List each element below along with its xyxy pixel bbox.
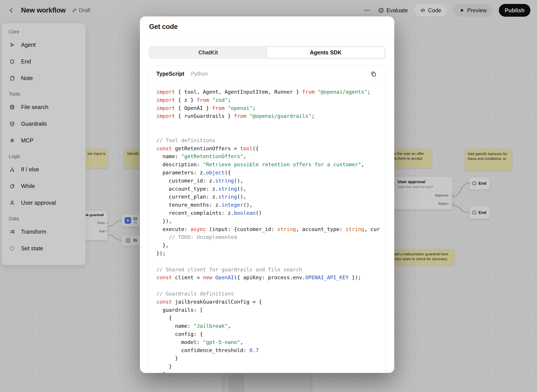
code-line: confidence_threshold: 0.7 bbox=[156, 346, 378, 355]
code-line: execute: async (input: {customer_id: str… bbox=[156, 225, 378, 233]
copy-icon bbox=[370, 71, 377, 77]
code-panel: TypeScript Python import { tool, Agent, … bbox=[149, 66, 385, 373]
modal-title: Get code bbox=[149, 23, 178, 31]
code-line bbox=[156, 282, 378, 290]
code-line: const client = new OpenAI({ apiKey: proc… bbox=[156, 274, 378, 282]
code-content[interactable]: import { tool, Agent, AgentInputItem, Ru… bbox=[149, 82, 385, 373]
code-line: ] bbox=[156, 370, 378, 373]
language-tab-python[interactable]: Python bbox=[191, 71, 208, 77]
sdk-tab-switcher: ChatKit Agents SDK bbox=[149, 46, 385, 59]
code-panel-header: TypeScript Python bbox=[149, 66, 385, 82]
code-line: { bbox=[156, 314, 378, 322]
code-line: config: { bbox=[156, 330, 378, 338]
app: ser input is Identify t ide the user an … bbox=[0, 0, 537, 392]
code-line: account_type: z.string(), bbox=[156, 185, 378, 193]
code-line bbox=[156, 257, 378, 266]
code-line: const getRetentionOffers = tool({ bbox=[156, 145, 378, 153]
code-line: guardrails: [ bbox=[156, 306, 378, 314]
copy-button[interactable] bbox=[369, 70, 378, 78]
code-line: import { runGuardrails } from "@openai/g… bbox=[156, 112, 378, 120]
code-line: const jailbreakGuardrailConfig = { bbox=[156, 298, 378, 306]
tab-chatkit[interactable]: ChatKit bbox=[149, 47, 267, 58]
code-line: recent_complaints: z.boolean() bbox=[156, 209, 378, 217]
code-line: parameters: z.object({ bbox=[156, 169, 378, 177]
get-code-modal: Get code ChatKit Agents SDK TypeScript P… bbox=[140, 16, 394, 373]
code-line: import { z } from "zod"; bbox=[156, 96, 378, 104]
code-line: name: "getRetentionOffers", bbox=[156, 152, 378, 161]
code-line: // TODO: Unimplemented bbox=[156, 233, 378, 241]
code-line bbox=[156, 120, 378, 128]
code-line: current_plan: z.string(), bbox=[156, 193, 378, 201]
code-line: }), bbox=[156, 217, 378, 225]
code-line: // Shared client for guardrails and file… bbox=[156, 266, 378, 274]
code-line: }); bbox=[156, 249, 378, 257]
code-line: description: "Retrieve possible retentio… bbox=[156, 161, 378, 169]
code-line bbox=[156, 128, 378, 136]
code-line: } bbox=[156, 362, 378, 370]
code-line: name: "Jailbreak", bbox=[156, 322, 378, 330]
code-line: import { OpenAI } from "openai"; bbox=[156, 104, 378, 112]
code-line: import { tool, Agent, AgentInputItem, Ru… bbox=[156, 88, 378, 96]
code-line: } bbox=[156, 354, 378, 362]
language-tab-typescript[interactable]: TypeScript bbox=[156, 71, 184, 77]
code-line: // Tool definitions bbox=[156, 136, 378, 145]
modal-header: Get code bbox=[140, 16, 394, 37]
code-line: }, bbox=[156, 241, 378, 249]
code-line: model: "gpt-5-nano", bbox=[156, 338, 378, 346]
code-line: customer_id: z.string(), bbox=[156, 177, 378, 185]
code-line: // Guardrails definitions bbox=[156, 290, 378, 298]
tab-agents-sdk[interactable]: Agents SDK bbox=[267, 47, 385, 58]
code-line: tenure_months: z.integer(), bbox=[156, 201, 378, 209]
